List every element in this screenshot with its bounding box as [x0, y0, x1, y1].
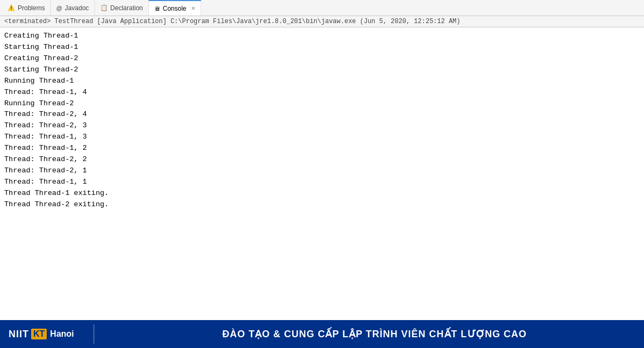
console-icon: 🖥	[154, 5, 160, 12]
problems-icon: ⚠️	[8, 4, 15, 11]
console-line: Thread: Thread-2, 1	[4, 165, 640, 177]
console-line: Running Thread-1	[4, 76, 640, 87]
console-line: Creating Thread-2	[4, 53, 640, 64]
console-line: Creating Thread-1	[4, 31, 640, 42]
tab-declaration[interactable]: 📋 Declaration	[95, 0, 149, 16]
footer-banner: NIIT KT Hanoi ĐÀO TẠO & CUNG CẤP LẬP TRÌ…	[0, 320, 644, 348]
footer-divider	[93, 324, 94, 344]
tab-javadoc-label: Javadoc	[65, 4, 89, 12]
tab-javadoc[interactable]: @ Javadoc	[51, 0, 95, 16]
console-line: Starting Thread-1	[4, 42, 640, 53]
tab-console[interactable]: 🖥 Console ✕	[149, 0, 201, 16]
footer-tagline: ĐÀO TẠO & CUNG CẤP LẬP TRÌNH VIÊN CHẤT L…	[105, 328, 644, 340]
console-tab-close[interactable]: ✕	[191, 5, 195, 11]
logo-kt-text: KT	[31, 329, 47, 339]
logo-niit-text: NIIT	[9, 329, 29, 340]
console-output-area[interactable]: Creating Thread-1Starting Thread-1Creati…	[0, 27, 644, 320]
console-line: Starting Thread-2	[4, 64, 640, 76]
console-line: Thread: Thread-1, 4	[4, 87, 640, 98]
console-line: Running Thread-2	[4, 98, 640, 110]
console-line: Thread Thread-1 exiting.	[4, 188, 640, 199]
footer-logo: NIIT KT Hanoi	[0, 320, 83, 348]
javadoc-icon: @	[56, 5, 62, 11]
tab-declaration-label: Declaration	[111, 4, 143, 12]
console-line: Thread: Thread-2, 2	[4, 154, 640, 165]
status-text: <terminated> TestThread [Java Applicatio…	[4, 18, 460, 25]
tab-problems-label: Problems	[18, 4, 45, 12]
console-line: Thread: Thread-1, 2	[4, 143, 640, 154]
tab-problems[interactable]: ⚠️ Problems	[2, 0, 51, 16]
console-line: Thread Thread-2 exiting.	[4, 199, 640, 211]
tab-console-label: Console	[163, 5, 186, 12]
console-status-bar: <terminated> TestThread [Java Applicatio…	[0, 16, 644, 27]
tab-bar: ⚠️ Problems @ Javadoc 📋 Declaration 🖥 Co…	[0, 0, 644, 16]
console-line: Thread: Thread-1, 3	[4, 132, 640, 143]
console-line: Thread: Thread-2, 4	[4, 109, 640, 120]
console-line: Thread: Thread-2, 3	[4, 120, 640, 132]
logo-hanoi-text: Hanoi	[50, 329, 74, 339]
declaration-icon: 📋	[100, 4, 108, 11]
console-line: Thread: Thread-1, 1	[4, 177, 640, 188]
